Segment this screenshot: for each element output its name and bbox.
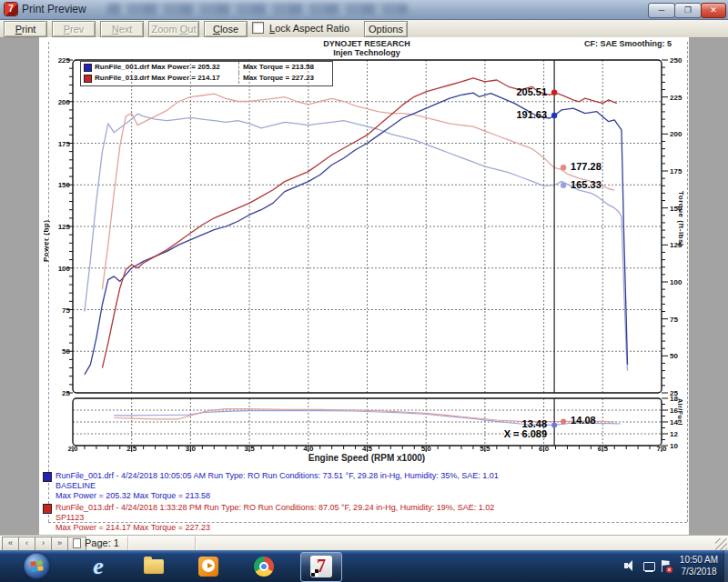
- power-tick-label: 25: [50, 389, 70, 397]
- rpm-tick-label: 5.5: [474, 445, 496, 453]
- taskbar-clock[interactable]: 10:50 AM 7/3/2018: [675, 554, 723, 577]
- maximize-button[interactable]: ❐: [674, 3, 702, 18]
- rpm-tick-label: 6.0: [533, 445, 555, 453]
- window-title: Print Preview: [22, 3, 86, 15]
- footer-chip-run1: [43, 472, 52, 482]
- airfuel-tick-label: 18: [670, 395, 684, 403]
- cursor-value-label: 14.08: [571, 415, 596, 426]
- runfile-001-drf-torque: [85, 114, 628, 370]
- windows-logo-icon: [30, 560, 43, 572]
- taskbar-item-media-player[interactable]: [198, 556, 220, 577]
- rpm-tick-label: 3.5: [238, 445, 260, 453]
- minimize-button[interactable]: ─: [648, 3, 675, 18]
- clock-date: 7/3/2018: [675, 566, 723, 577]
- internet-explorer-icon: e: [87, 556, 109, 577]
- rpm-tick-label: 3.0: [179, 445, 201, 453]
- prev-page-button[interactable]: ‹: [18, 537, 35, 551]
- page-setup-button[interactable]: [67, 537, 86, 551]
- clock-time: 10:50 AM: [675, 554, 723, 566]
- power-tick-label: 50: [50, 347, 70, 356]
- torque-tick-label: 150: [670, 205, 690, 213]
- zoom-out-button: Zoom Out: [148, 21, 199, 37]
- torque-tick-label: 175: [670, 167, 690, 176]
- resize-grip[interactable]: [715, 538, 727, 550]
- airfuel-tick-label: 14: [670, 418, 684, 426]
- rpm-tick-label: 7.0: [651, 445, 672, 453]
- power-tick-label: 175: [50, 140, 70, 148]
- page-margin-left: [48, 42, 49, 522]
- rpm-tick-label: 2.0: [62, 445, 84, 453]
- dyno-main-chart: [62, 55, 690, 400]
- cursor-value-label: 191.63: [503, 109, 547, 120]
- rpm-tick-label: 6.5: [592, 445, 613, 453]
- rpm-tick-label: 4.0: [298, 445, 319, 453]
- close-button[interactable]: Close: [204, 21, 248, 37]
- cursor-marker-dot: [561, 165, 566, 170]
- cursor-value-label: 13.48: [503, 418, 547, 429]
- rpm-tick-label: 5.0: [415, 445, 437, 453]
- cursor-value-label: 165.33: [571, 179, 602, 190]
- footer-run2-line1: RunFile_013.drf - 4/24/2018 1:33:28 PM R…: [56, 503, 494, 512]
- power-tick-label: 150: [50, 181, 70, 189]
- footer-run2-line3: Max Power = 214.17 Max Torque = 227.23: [56, 523, 210, 532]
- title-bar[interactable]: 7 Print Preview ─ ❐ ✕: [0, 0, 728, 20]
- power-tick-label: 225: [50, 56, 70, 65]
- cursor-marker-dot: [551, 89, 557, 95]
- prev-button: Prev: [52, 21, 96, 37]
- torque-tick-label: 75: [670, 316, 690, 324]
- lock-aspect-ratio-option[interactable]: Lock Aspect Ratio: [252, 22, 349, 36]
- footer-run1-line2: BASELINE: [56, 481, 96, 490]
- statusbar-separator: [195, 537, 196, 550]
- document-icon: [73, 538, 81, 548]
- show-desktop-button[interactable]: [723, 550, 728, 582]
- taskbar-item-internet-explorer[interactable]: e: [87, 556, 109, 577]
- status-bar: « ‹ › » Page: 1: [0, 535, 728, 551]
- torque-tick-label: 225: [670, 94, 690, 102]
- start-button[interactable]: [24, 553, 50, 579]
- volume-tray-icon[interactable]: [624, 560, 636, 572]
- network-tray-icon[interactable]: [643, 560, 655, 573]
- power-tick-label: 100: [50, 265, 70, 273]
- airfuel-tick-label: 12: [670, 430, 684, 438]
- rpm-tick-label: 4.5: [357, 445, 379, 453]
- last-page-button[interactable]: »: [51, 537, 68, 551]
- print-preview-window: 7 Print Preview ─ ❐ ✕ Lock Aspect Ratio …: [0, 0, 728, 582]
- cursor-marker-dot: [561, 183, 566, 188]
- footer-run2-line2: SP1123: [56, 513, 84, 522]
- app-icon: 7: [5, 3, 17, 15]
- torque-tick-label: 100: [670, 278, 690, 286]
- lock-aspect-ratio-checkbox[interactable]: [252, 22, 264, 34]
- next-button: Next: [100, 21, 144, 37]
- rpm-tick-label: 2.5: [121, 445, 143, 453]
- torque-tick-label: 200: [670, 130, 690, 138]
- cursor-value-label: 177.28: [571, 161, 602, 172]
- cursor-marker-dot: [551, 113, 557, 118]
- next-page-button[interactable]: ›: [35, 537, 52, 551]
- chart-title: DYNOJET RESEARCH: [230, 39, 503, 48]
- print-button[interactable]: Print: [4, 21, 47, 37]
- power-axis-title: Power (hp): [42, 193, 50, 262]
- smoothing-info: CF: SAE Smoothing: 5: [510, 39, 672, 48]
- close-window-button[interactable]: ✕: [701, 3, 726, 18]
- taskbar-item-dynojet-active[interactable]: 7: [300, 552, 342, 582]
- taskbar-item-chrome[interactable]: [253, 556, 275, 577]
- torque-tick-label: 125: [670, 241, 690, 249]
- cursor-value-label: 205.51: [503, 86, 547, 97]
- dynojet-icon: 7: [310, 556, 332, 577]
- lock-aspect-ratio-label: Lock Aspect Ratio: [269, 23, 349, 34]
- footer-chip-run2: [43, 504, 52, 514]
- footer-run1-line3: Max Power = 205.32 Max Torque = 213.58: [56, 491, 210, 500]
- power-tick-label: 125: [50, 223, 70, 231]
- toolbar: Lock Aspect Ratio PrintPrevNextZoom OutC…: [0, 20, 728, 38]
- taskbar-item-explorer[interactable]: [144, 556, 166, 577]
- torque-tick-label: 50: [670, 352, 690, 360]
- torque-tick-label: 250: [670, 56, 690, 65]
- first-page-button[interactable]: «: [2, 537, 19, 551]
- action-center-tray-icon[interactable]: x: [662, 560, 673, 573]
- footer-run1-line1: RunFile_001.drf - 4/24/2018 10:05:05 AM …: [56, 471, 499, 480]
- redacted-title-path: [107, 4, 408, 15]
- options-button[interactable]: Options: [364, 21, 408, 37]
- taskbar: e 7 x 10:50 AM 7/3/2018: [0, 550, 728, 582]
- page-number-label: Page: 1: [85, 537, 119, 548]
- power-tick-label: 75: [50, 306, 70, 315]
